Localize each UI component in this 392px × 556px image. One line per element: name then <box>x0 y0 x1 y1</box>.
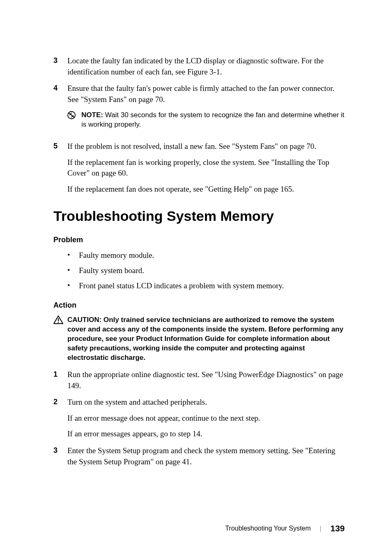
footer-page-number: 139 <box>330 524 345 533</box>
caution-label: CAUTION: <box>67 316 104 324</box>
action-step-3: 3 Enter the System Setup program and che… <box>53 445 345 467</box>
step-text: Run the appropriate online diagnostic te… <box>67 369 345 391</box>
footer-separator: | <box>320 525 321 532</box>
step-5: 5 If the problem is not resolved, instal… <box>53 141 345 195</box>
step-marker: 2 <box>53 397 67 440</box>
caution-body: Only trained service technicians are aut… <box>67 316 344 361</box>
bullet-text: Front panel status LCD indicates a probl… <box>79 280 345 292</box>
step-text: Enter the System Setup program and check… <box>67 445 345 467</box>
step-marker: 4 <box>53 83 67 135</box>
problem-label: Problem <box>53 235 345 245</box>
bullet-item: • Front panel status LCD indicates a pro… <box>67 280 345 292</box>
step-content: Ensure that the faulty fan's power cable… <box>67 83 345 135</box>
step-marker: 3 <box>53 56 67 77</box>
caution-text: CAUTION: Only trained service technician… <box>67 315 345 363</box>
step-text: Ensure that the faulty fan's power cable… <box>67 83 345 105</box>
note-icon <box>67 111 77 123</box>
step-subpara: If an error messages appears, go to step… <box>67 429 345 440</box>
step-marker: 3 <box>53 445 67 467</box>
step-content: Turn on the system and attached peripher… <box>67 397 345 440</box>
bullet-marker: • <box>67 250 79 261</box>
caution-block: CAUTION: Only trained service technician… <box>53 315 345 363</box>
bullet-marker: • <box>67 280 79 292</box>
step-marker: 5 <box>53 141 67 195</box>
section-heading: Troubleshooting System Memory <box>53 206 345 226</box>
step-3: 3 Locate the faulty fan indicated by the… <box>53 56 345 77</box>
step-content: If the problem is not resolved, install … <box>67 141 345 195</box>
svg-point-5 <box>58 322 59 323</box>
step-marker: 1 <box>53 369 67 391</box>
step-4: 4 Ensure that the faulty fan's power cab… <box>53 83 345 135</box>
bullet-text: Faulty system board. <box>79 265 345 276</box>
step-text: Turn on the system and attached peripher… <box>67 397 345 408</box>
step-subpara: If an error message does not appear, con… <box>67 413 345 424</box>
page-content: 3 Locate the faulty fan indicated by the… <box>53 56 345 467</box>
note-block: NOTE: Wait 30 seconds for the system to … <box>67 111 345 130</box>
problem-section: Problem • Faulty memory module. • Faulty… <box>53 235 345 291</box>
action-step-2: 2 Turn on the system and attached periph… <box>53 397 345 440</box>
bullet-item: • Faulty system board. <box>67 265 345 276</box>
action-step-1: 1 Run the appropriate online diagnostic … <box>53 369 345 391</box>
bullet-item: • Faulty memory module. <box>67 250 345 261</box>
footer-title: Troubleshooting Your System <box>225 525 311 532</box>
note-body: Wait 30 seconds for the system to recogn… <box>81 111 344 128</box>
step-text: If the problem is not resolved, install … <box>67 141 345 152</box>
bullet-text: Faulty memory module. <box>79 250 345 261</box>
step-subpara: If the replacement fan is working proper… <box>67 157 345 179</box>
note-text: NOTE: Wait 30 seconds for the system to … <box>81 111 345 130</box>
caution-icon <box>53 315 64 328</box>
note-label: NOTE: <box>81 111 103 119</box>
action-steps: 1 Run the appropriate online diagnostic … <box>53 369 345 467</box>
step-subpara: If the replacement fan does not operate,… <box>67 184 345 195</box>
step-text: Locate the faulty fan indicated by the L… <box>67 56 345 77</box>
page-footer: Troubleshooting Your System | 139 <box>225 524 345 533</box>
action-label: Action <box>53 300 345 310</box>
action-section: Action CAUTION: Only trained service tec… <box>53 300 345 467</box>
bullet-marker: • <box>67 265 79 276</box>
